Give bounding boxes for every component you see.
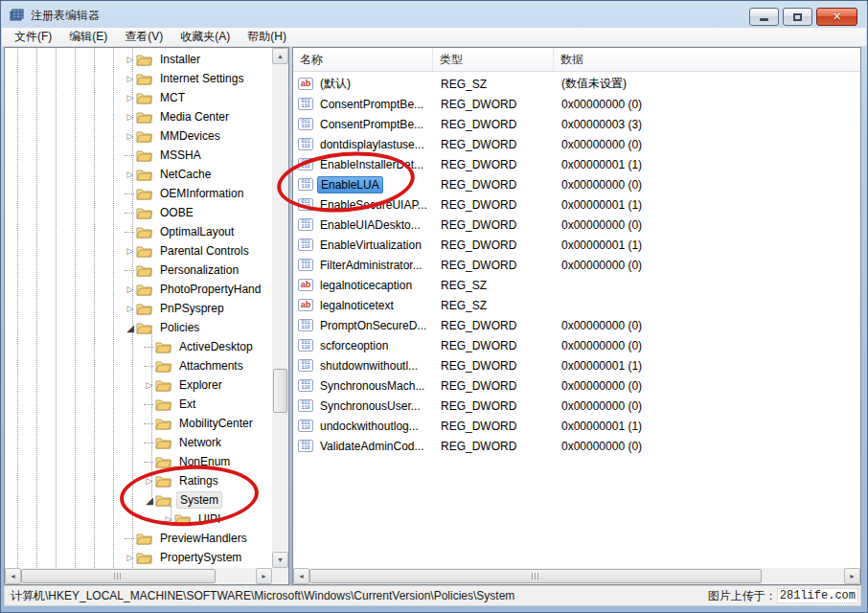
column-header-type[interactable]: 类型 [433,48,554,71]
value-name-cell[interactable]: 011110 shutdownwithoutl... [293,358,433,374]
value-name-cell[interactable]: 011110 FilterAdministrator... [293,258,433,273]
tree-item[interactable]: ▷ PnPSysprep [5,299,272,318]
expander-icon[interactable]: ◢ [125,323,136,333]
expander-icon[interactable]: ▷ [125,112,136,122]
tree-item[interactable]: ▷ Installer [5,50,272,69]
tree-item[interactable]: NonEnum [5,452,272,471]
value-name-cell[interactable]: 011110 scforceoption [293,338,433,353]
tree-item[interactable]: OptimalLayout [5,222,272,241]
value-name[interactable]: EnableVirtualization [317,238,424,253]
registry-value-row[interactable]: 011110 EnableUIADeskto... REG_DWORD 0x00… [293,215,860,235]
registry-value-row[interactable]: 011110 SynchronousMach... REG_DWORD 0x00… [293,375,860,396]
value-name-cell[interactable]: 011110 undockwithoutlog... [293,419,433,434]
value-name-cell[interactable]: 011110 SynchronousUser... [293,398,433,414]
scroll-down-button[interactable]: ▼ [272,552,288,568]
tree-item-label[interactable]: PhotoPropertyHand [157,282,263,297]
tree-item-label[interactable]: PreviewHandlers [157,531,250,546]
minimize-button[interactable] [749,8,779,26]
scroll-right-button[interactable]: ► [256,568,272,584]
value-name[interactable]: SynchronousUser... [317,398,423,414]
tree-item-label[interactable]: MCT [157,90,188,105]
tree-item-label[interactable]: Media Center [157,109,232,125]
tree-item[interactable]: ▷ MMDevices [5,126,272,146]
tree-item[interactable]: OEMInformation [5,184,272,203]
tree-item-label[interactable]: Installer [157,52,203,67]
tree-item[interactable]: MobilityCenter [5,414,272,433]
scrollbar-thumb[interactable] [309,569,762,583]
menu-favorites[interactable]: 收藏夹(A) [171,27,239,47]
tree-item[interactable]: ▷ Explorer [5,375,272,395]
scroll-right-button[interactable]: ► [844,568,860,584]
value-name-cell[interactable]: 011110 ConsentPromptBe... [293,117,433,132]
registry-value-row[interactable]: 011110 EnableVirtualization REG_DWORD 0x… [293,235,860,255]
maximize-button[interactable] [783,8,812,26]
close-button[interactable]: ✕ [816,8,857,26]
menu-file[interactable]: 文件(F) [6,27,60,47]
value-name[interactable]: shutdownwithoutl... [317,358,421,374]
registry-value-row[interactable]: 011110 scforceoption REG_DWORD 0x0000000… [293,335,860,355]
tree-item-label[interactable]: PropertySystem [157,550,244,565]
value-name[interactable]: undockwithoutlog... [317,419,422,434]
menu-help[interactable]: 帮助(H) [239,27,295,47]
expander-icon[interactable]: ▷ [125,74,136,83]
value-name[interactable]: EnableUIADeskto... [317,217,423,233]
registry-value-row[interactable]: ab (默认) REG_SZ (数值未设置) [293,74,860,94]
tree-item[interactable]: Network [5,433,272,452]
tree-item-label[interactable]: Attachments [176,358,246,374]
tree-item[interactable]: MSSHA [5,146,272,165]
tree-item-label[interactable]: OOBE [157,205,196,220]
tree-item-label[interactable]: OEMInformation [157,186,246,201]
value-name[interactable]: SynchronousMach... [317,378,427,394]
tree-item[interactable]: ▷ Internet Settings [5,69,272,88]
expander-icon[interactable]: ▷ [125,170,136,179]
value-name[interactable]: (默认) [317,75,354,93]
value-name-cell[interactable]: 011110 EnableVirtualization [293,238,433,253]
value-name[interactable]: dontdisplaylastuse... [317,137,427,152]
expander-icon[interactable]: ▷ [144,380,155,390]
scroll-up-button[interactable]: ▲ [272,48,288,64]
tree-item[interactable]: Personalization [5,261,272,280]
registry-value-row[interactable]: 011110 undockwithoutlog... REG_DWORD 0x0… [293,416,860,436]
tree-item[interactable]: ▷ MCT [5,88,272,107]
column-header-name[interactable]: 名称 [293,48,433,71]
registry-value-row[interactable]: 011110 ValidateAdminCod... REG_DWORD 0x0… [293,436,860,456]
expander-icon[interactable]: ▷ [125,304,136,313]
tree-item[interactable]: PreviewHandlers [5,529,272,548]
tree-item[interactable]: OOBE [5,203,272,222]
value-name-cell[interactable]: 011110 EnableUIADeskto... [293,217,433,233]
column-header-data[interactable]: 数据 [554,48,860,71]
registry-value-row[interactable]: 011110 shutdownwithoutl... REG_DWORD 0x0… [293,355,860,375]
expander-icon[interactable]: ▷ [125,93,136,102]
tree-item[interactable]: ◢ Policies [5,318,272,337]
registry-value-row[interactable]: 011110 ConsentPromptBe... REG_DWORD 0x00… [293,94,860,114]
expander-icon[interactable]: ▷ [125,131,136,141]
value-name[interactable]: legalnoticetext [317,298,397,313]
value-name[interactable]: ValidateAdminCod... [317,439,427,454]
tree-item-label[interactable]: MSSHA [157,148,204,163]
tree-horizontal-scrollbar[interactable]: ◄ ► [5,568,272,584]
menu-edit[interactable]: 编辑(E) [60,27,116,47]
value-name-cell[interactable]: 011110 ValidateAdminCod... [293,439,433,454]
scroll-left-button[interactable]: ◄ [293,568,309,584]
registry-value-row[interactable]: ab legalnoticetext REG_SZ [293,295,860,315]
value-name[interactable]: PromptOnSecureD... [317,318,429,333]
scrollbar-thumb[interactable] [21,569,216,583]
value-list[interactable]: ab (默认) REG_SZ (数值未设置) 011110 ConsentPro… [293,72,860,568]
tree-item[interactable]: Attachments [5,356,272,375]
tree-item-label[interactable]: MMDevices [157,128,223,144]
value-name[interactable]: ConsentPromptBe... [317,117,426,132]
tree-item-label[interactable]: Parental Controls [157,243,252,259]
value-name-cell[interactable]: 011110 SynchronousMach... [293,378,433,394]
registry-value-row[interactable]: 011110 FilterAdministrator... REG_DWORD … [293,255,860,275]
tree-item-label[interactable]: Ext [176,397,198,412]
list-horizontal-scrollbar[interactable]: ◄ ► [293,568,860,584]
tree-item-label[interactable]: Policies [157,320,202,335]
value-name[interactable]: scforceoption [317,338,391,353]
tree-item-label[interactable]: MobilityCenter [176,416,256,431]
scroll-left-button[interactable]: ◄ [5,568,21,584]
value-name-cell[interactable]: 011110 dontdisplaylastuse... [293,137,433,152]
tree-item[interactable]: ▷ PhotoPropertyHand [5,280,272,299]
value-name-cell[interactable]: 011110 PromptOnSecureD... [293,318,433,333]
value-name-cell[interactable]: ab legalnoticecaption [293,278,433,293]
value-name-cell[interactable]: 011110 ConsentPromptBe... [293,97,433,112]
